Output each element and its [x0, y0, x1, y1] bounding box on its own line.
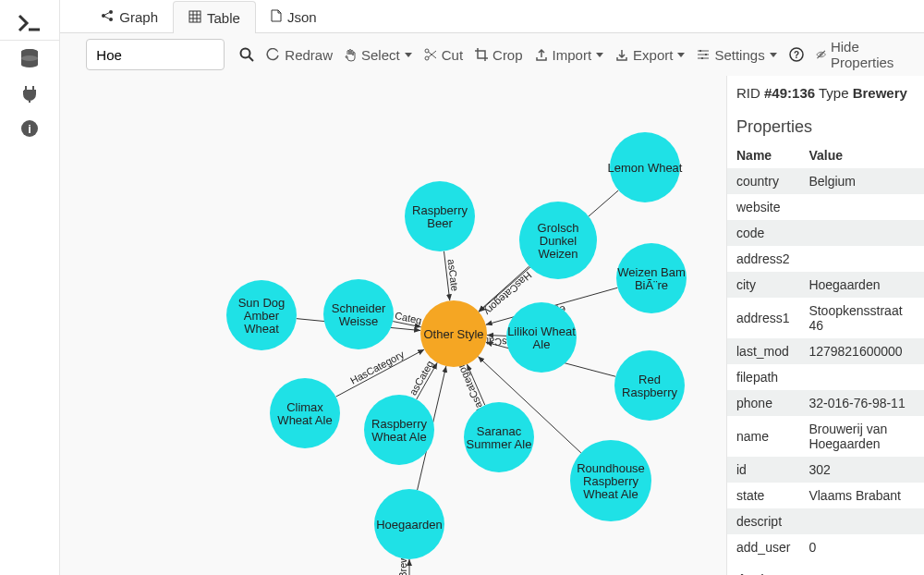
- view-tabs: Graph Table Json: [60, 0, 924, 33]
- property-name: address1: [727, 298, 799, 338]
- property-name: city: [727, 272, 799, 298]
- property-value: Belgium: [799, 168, 924, 194]
- property-value: Hoegaarden: [799, 272, 924, 298]
- graph-node[interactable]: [506, 302, 577, 373]
- graph-node[interactable]: [616, 243, 687, 313]
- property-name: name: [727, 416, 799, 457]
- search-button[interactable]: [239, 47, 254, 62]
- record-header: RID #49:136 Type Brewery: [727, 76, 924, 106]
- graph-node[interactable]: [405, 181, 475, 251]
- graph-node[interactable]: [420, 300, 487, 367]
- settings-button[interactable]: Settings: [697, 47, 776, 63]
- edge-label: HasCategory: [348, 349, 407, 386]
- graph-node[interactable]: [270, 378, 340, 448]
- select-button[interactable]: Select: [345, 47, 412, 63]
- database-icon[interactable]: [0, 41, 59, 76]
- properties-panel: RID #49:136 Type Brewery Properties Name…: [726, 76, 924, 575]
- property-value: 0: [799, 534, 924, 560]
- graph-node[interactable]: [570, 440, 651, 521]
- svg-line-10: [105, 17, 110, 19]
- graph-node[interactable]: [226, 280, 297, 350]
- tab-graph-label: Graph: [119, 9, 158, 25]
- doc-icon: [271, 9, 282, 25]
- svg-line-9: [105, 12, 110, 15]
- property-row[interactable]: address1Stoopkensstraat 46: [727, 298, 924, 338]
- tab-json[interactable]: Json: [256, 0, 332, 32]
- search-icon: [239, 47, 254, 62]
- svg-line-17: [249, 57, 254, 62]
- graph-node[interactable]: [323, 279, 394, 349]
- property-value: 1279821600000: [799, 338, 924, 364]
- property-row[interactable]: cityHoegaarden: [727, 272, 924, 298]
- property-row[interactable]: stateVlaams Brabant: [727, 483, 924, 508]
- property-name: id: [727, 457, 799, 483]
- property-value: Vlaams Brabant: [799, 483, 924, 508]
- col-name: Name: [727, 142, 799, 168]
- terminal-icon[interactable]: [0, 6, 59, 41]
- property-name: add_user: [727, 534, 799, 560]
- plug-icon[interactable]: [0, 76, 59, 111]
- hand-icon: [345, 48, 357, 62]
- svg-rect-27: [701, 57, 703, 59]
- property-row[interactable]: phone32-016-76-98-11: [727, 390, 924, 416]
- property-name: descript: [727, 508, 799, 534]
- sliders-icon: [697, 48, 710, 61]
- property-value: [799, 220, 924, 246]
- property-value: Brouwerij van Hoegaarden: [799, 416, 924, 457]
- chevron-down-icon: [596, 53, 603, 57]
- property-value: Stoopkensstraat 46: [799, 298, 924, 338]
- property-row[interactable]: address2: [727, 246, 924, 272]
- graph-node[interactable]: [464, 402, 534, 472]
- graph-edge[interactable]: [487, 336, 506, 336]
- graph-node[interactable]: [610, 132, 680, 202]
- chevron-down-icon: [677, 53, 685, 57]
- svg-point-3: [21, 49, 38, 55]
- property-row[interactable]: descript: [727, 508, 924, 534]
- help-button[interactable]: ?: [789, 47, 804, 62]
- export-button[interactable]: Export: [615, 47, 685, 63]
- property-row[interactable]: countryBelgium: [727, 168, 924, 194]
- download-icon: [615, 48, 628, 61]
- cut-button[interactable]: Cut: [424, 47, 463, 63]
- svg-line-20: [428, 52, 436, 58]
- property-row[interactable]: website: [727, 194, 924, 220]
- graph-node[interactable]: [519, 202, 597, 279]
- graph-node[interactable]: [364, 395, 434, 465]
- property-row[interactable]: code: [727, 220, 924, 246]
- svg-line-21: [428, 51, 436, 57]
- graph-node[interactable]: [614, 350, 685, 421]
- property-name: filepath: [727, 364, 799, 390]
- svg-rect-11: [189, 11, 201, 22]
- chevron-down-icon: [405, 53, 412, 57]
- property-name: code: [727, 220, 799, 246]
- hide-properties-button[interactable]: Hide Properties: [816, 39, 898, 70]
- property-row[interactable]: nameBrouwerij van Hoegaarden: [727, 416, 924, 457]
- crop-icon: [475, 48, 488, 61]
- tab-table[interactable]: Table: [173, 1, 256, 33]
- property-name: country: [727, 168, 799, 194]
- actions-title: Actions: [727, 560, 924, 575]
- col-value: Value: [799, 142, 924, 168]
- redraw-button[interactable]: Redraw: [266, 47, 333, 63]
- tab-graph[interactable]: Graph: [86, 0, 173, 32]
- svg-rect-26: [705, 54, 707, 55]
- import-button[interactable]: Import: [535, 47, 604, 63]
- property-row[interactable]: id302: [727, 457, 924, 483]
- property-row[interactable]: filepath: [727, 364, 924, 390]
- eye-slash-icon: [816, 48, 826, 61]
- search-input[interactable]: [86, 39, 225, 70]
- info-icon[interactable]: i: [0, 111, 59, 146]
- refresh-icon: [266, 48, 280, 62]
- table-icon: [188, 10, 201, 26]
- properties-table: Name Value countryBelgiumwebsitecodeaddr…: [727, 142, 924, 560]
- svg-rect-25: [699, 50, 701, 52]
- property-row[interactable]: add_user0: [727, 534, 924, 560]
- tab-table-label: Table: [207, 10, 240, 26]
- graph-canvas[interactable]: asCateHasCategoryHaegoryasCateCategHasCa…: [60, 76, 726, 575]
- graph-node[interactable]: [374, 489, 444, 559]
- property-row[interactable]: last_mod1279821600000: [727, 338, 924, 364]
- property-value: [799, 246, 924, 272]
- crop-button[interactable]: Crop: [475, 47, 523, 63]
- property-value: [799, 194, 924, 220]
- svg-point-16: [241, 49, 250, 58]
